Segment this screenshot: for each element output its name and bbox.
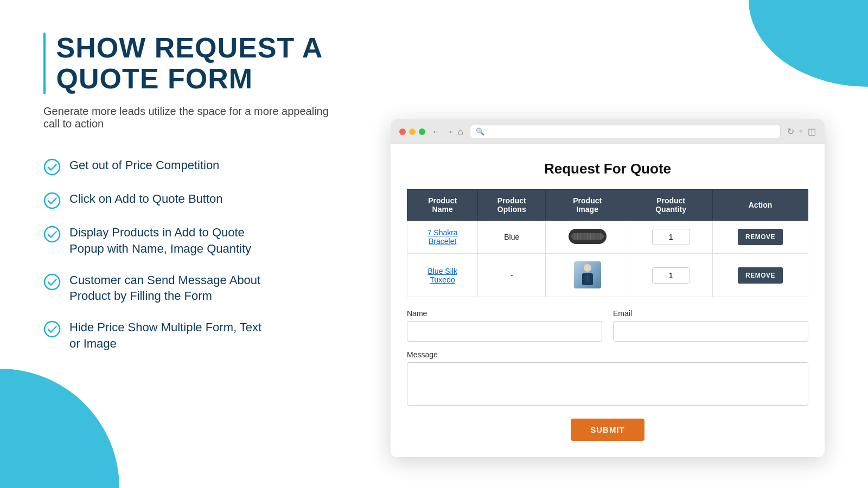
message-label: Message <box>407 350 808 359</box>
svg-point-0 <box>44 159 60 175</box>
page-title: SHOW REQUEST A QUOTE FORM <box>56 33 336 94</box>
table-row: Blue SilkTuxedo - <box>407 254 808 297</box>
blob-top-right <box>749 0 868 87</box>
grid-icon[interactable]: ◫ <box>808 126 816 137</box>
product-action-cell: REMOVE <box>713 221 808 254</box>
svg-point-5 <box>584 264 591 272</box>
list-item: Click on Add to Quote Button <box>43 191 336 209</box>
dot-yellow[interactable] <box>409 129 416 135</box>
svg-point-2 <box>44 227 60 242</box>
product-image-cell <box>546 254 629 297</box>
check-icon <box>43 226 61 243</box>
left-content: SHOW REQUEST A QUOTE FORM Generate more … <box>43 33 336 352</box>
remove-button[interactable]: REMOVE <box>738 229 783 245</box>
title-bar: SHOW REQUEST A QUOTE FORM <box>43 33 336 94</box>
feature-text: Customer can Send Message AboutProduct b… <box>69 272 260 304</box>
quantity-input[interactable] <box>652 267 690 284</box>
svg-point-3 <box>44 274 60 290</box>
col-product-options: ProductOptions <box>478 190 546 221</box>
page-subtitle: Generate more leads utilize the space fo… <box>43 105 336 130</box>
feature-list: Get out of Price Competition Click on Ad… <box>43 157 336 351</box>
dot-green[interactable] <box>419 129 425 135</box>
product-image-bracelet <box>569 229 607 244</box>
check-icon <box>43 192 61 209</box>
product-name-cell: 7 ShakraBracelet <box>407 221 478 254</box>
quote-content: Request For Quote ProductName ProductOpt… <box>391 144 825 457</box>
message-textarea[interactable] <box>407 362 808 406</box>
quote-form-title: Request For Quote <box>407 160 808 177</box>
search-icon: 🔍 <box>476 127 484 136</box>
col-product-image: ProductImage <box>546 190 629 221</box>
form-group-email: Email <box>613 309 808 342</box>
feature-text: Get out of Price Competition <box>69 157 219 174</box>
list-item: Hide Price Show Multiple Form, Text or I… <box>43 319 336 351</box>
browser-nav: ← → ⌂ <box>432 127 463 137</box>
check-icon <box>43 158 61 176</box>
add-tab-icon[interactable]: + <box>799 126 803 137</box>
browser-dots <box>399 129 425 135</box>
browser-address[interactable]: 🔍 <box>470 125 781 138</box>
product-image-cell <box>546 221 629 254</box>
product-quantity-cell <box>629 254 713 297</box>
svg-point-4 <box>44 322 60 337</box>
product-quantity-cell <box>629 221 713 254</box>
back-icon[interactable]: ← <box>432 127 441 137</box>
feature-text: Hide Price Show Multiple Form, Text or I… <box>69 319 261 351</box>
table-row: 7 ShakraBracelet Blue REMOVE <box>407 221 808 254</box>
product-image-tuxedo <box>574 261 601 288</box>
product-name-link[interactable]: 7 ShakraBracelet <box>427 228 458 246</box>
form-group-message: Message <box>407 350 808 408</box>
product-option-value: - <box>510 271 513 280</box>
browser-bar: ← → ⌂ 🔍 ↻ + ◫ <box>391 119 825 144</box>
submit-button[interactable]: SUBMIT <box>571 419 644 441</box>
feature-text: Display Products in Add to QuotePopup wi… <box>69 224 251 256</box>
col-product-name: ProductName <box>407 190 478 221</box>
name-label: Name <box>407 309 602 318</box>
quote-table: ProductName ProductOptions ProductImage … <box>407 189 808 297</box>
forward-icon[interactable]: → <box>445 127 454 137</box>
quantity-input[interactable] <box>652 229 690 245</box>
table-header-row: ProductName ProductOptions ProductImage … <box>407 190 808 221</box>
list-item: Get out of Price Competition <box>43 157 336 176</box>
svg-rect-9 <box>587 274 588 282</box>
product-name-cell: Blue SilkTuxedo <box>407 254 478 297</box>
feature-text: Click on Add to Quote Button <box>69 191 223 207</box>
browser-mockup: ← → ⌂ 🔍 ↻ + ◫ Request For Quote ProductN… <box>391 119 825 457</box>
list-item: Display Products in Add to QuotePopup wi… <box>43 224 336 256</box>
product-name-link[interactable]: Blue SilkTuxedo <box>427 267 457 284</box>
blob-bottom-left <box>0 369 119 488</box>
submit-row: SUBMIT <box>407 419 808 441</box>
dot-red[interactable] <box>399 129 406 135</box>
product-option-value: Blue <box>504 233 519 241</box>
list-item: Customer can Send Message AboutProduct b… <box>43 272 336 304</box>
browser-actions: ↻ + ◫ <box>787 126 816 137</box>
email-input[interactable] <box>613 321 808 342</box>
col-action: Action <box>713 190 808 221</box>
product-options-cell: Blue <box>478 221 546 254</box>
col-product-quantity: ProductQuantity <box>629 190 713 221</box>
title-accent <box>43 33 46 94</box>
email-label: Email <box>613 309 808 318</box>
check-icon <box>43 320 61 338</box>
form-group-name: Name <box>407 309 602 342</box>
product-action-cell: REMOVE <box>713 254 808 297</box>
svg-point-1 <box>44 193 60 208</box>
name-input[interactable] <box>407 321 602 342</box>
check-icon <box>43 273 61 291</box>
home-icon[interactable]: ⌂ <box>458 127 463 137</box>
refresh-icon[interactable]: ↻ <box>787 126 794 137</box>
remove-button[interactable]: REMOVE <box>738 267 783 284</box>
form-name-email-row: Name Email <box>407 309 808 342</box>
product-options-cell: - <box>478 254 546 297</box>
